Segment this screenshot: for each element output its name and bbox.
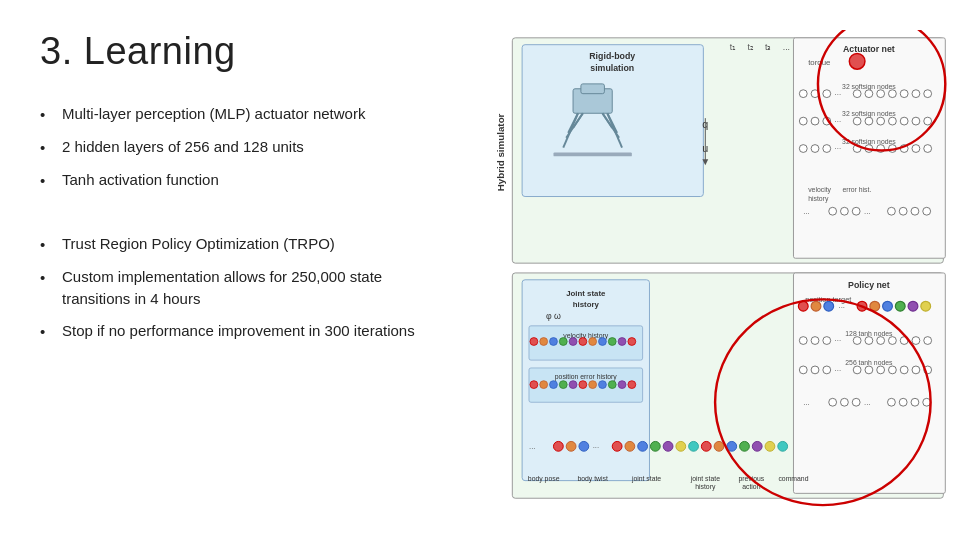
- hybrid-simulator-label: Hybrid simulator: [495, 113, 506, 191]
- svg-point-99: [853, 337, 861, 345]
- svg-point-77: [569, 381, 577, 389]
- svg-point-138: [701, 441, 711, 451]
- svg-point-115: [912, 366, 920, 374]
- svg-point-62: [540, 338, 548, 346]
- svg-point-92: [895, 301, 905, 311]
- svg-point-144: [778, 441, 788, 451]
- svg-point-82: [618, 381, 626, 389]
- time-t3: t₃: [765, 42, 771, 52]
- velocity-hist-label2: history: [808, 195, 829, 203]
- bullet-dot: •: [40, 104, 56, 126]
- svg-point-27: [799, 117, 807, 125]
- input-label-command: command: [778, 475, 808, 482]
- svg-point-105: [924, 337, 932, 345]
- svg-point-32: [865, 117, 873, 125]
- bullet-text: Tanh activation function: [62, 169, 440, 191]
- svg-point-63: [550, 338, 558, 346]
- bullet-dot: •: [40, 170, 56, 192]
- bullet-group-2: • Trust Region Policy Optimization (TRPO…: [40, 233, 440, 352]
- svg-point-34: [888, 117, 896, 125]
- svg-point-50: [829, 207, 837, 215]
- svg-point-47: [912, 145, 920, 153]
- slide-title: 3. Learning: [40, 30, 440, 73]
- svg-point-95: [799, 337, 807, 345]
- svg-point-124: [911, 398, 919, 406]
- svg-point-94: [921, 301, 931, 311]
- svg-point-139: [714, 441, 724, 451]
- svg-point-21: [865, 90, 873, 98]
- list-item: • Stop if no performance improvement in …: [40, 320, 440, 343]
- svg-point-73: [530, 381, 538, 389]
- tanh-256-label: 256 tanh nodes: [845, 359, 893, 366]
- svg-text:···: ···: [835, 117, 842, 126]
- svg-point-79: [589, 381, 597, 389]
- bullet-text: Trust Region Policy Optimization (TRPO): [62, 233, 440, 255]
- svg-point-93: [908, 301, 918, 311]
- svg-point-57: [923, 207, 931, 215]
- slide: 3. Learning • Multi-layer perception (ML…: [0, 0, 960, 540]
- svg-point-83: [628, 381, 636, 389]
- svg-point-131: [612, 441, 622, 451]
- svg-text:···: ···: [835, 144, 842, 153]
- svg-point-76: [559, 381, 567, 389]
- svg-point-38: [799, 145, 807, 153]
- svg-point-24: [900, 90, 908, 98]
- svg-point-110: [853, 366, 861, 374]
- svg-point-75: [550, 381, 558, 389]
- svg-point-100: [865, 337, 873, 345]
- tanh-128-label: 128 tanh nodes: [845, 330, 893, 337]
- svg-point-129: [579, 441, 589, 451]
- svg-point-48: [924, 145, 932, 153]
- svg-point-86: [811, 301, 821, 311]
- time-dots: ...: [783, 42, 790, 52]
- svg-point-78: [579, 381, 587, 389]
- svg-point-132: [625, 441, 635, 451]
- velocity-hist-label: velocity: [808, 186, 831, 194]
- error-hist-label: error hist.: [842, 186, 871, 193]
- svg-point-70: [618, 338, 626, 346]
- svg-point-74: [540, 381, 548, 389]
- vel-hist-nodes: [530, 338, 636, 346]
- svg-point-119: [840, 398, 848, 406]
- svg-point-54: [888, 207, 896, 215]
- list-item: • Trust Region Policy Optimization (TRPO…: [40, 233, 440, 256]
- svg-point-68: [599, 338, 607, 346]
- svg-point-31: [853, 117, 861, 125]
- diagram-svg: Hybrid simulator Rigid-body simulation: [490, 30, 950, 510]
- input-label-joint-hist: joint state: [690, 475, 720, 483]
- svg-point-112: [877, 366, 885, 374]
- svg-text:···: ···: [835, 336, 842, 345]
- svg-point-107: [811, 366, 819, 374]
- input-label-joint-state: joint state: [631, 475, 661, 483]
- svg-point-122: [888, 398, 896, 406]
- svg-point-25: [912, 90, 920, 98]
- svg-text:···: ···: [864, 209, 871, 218]
- pos-hist-nodes: [530, 381, 636, 389]
- svg-point-20: [853, 90, 861, 98]
- svg-point-91: [883, 301, 893, 311]
- svg-point-97: [823, 337, 831, 345]
- svg-point-51: [840, 207, 848, 215]
- input-label-joint-hist2: history: [695, 483, 716, 491]
- svg-point-118: [829, 398, 837, 406]
- svg-point-108: [823, 366, 831, 374]
- svg-text:···: ···: [864, 400, 871, 409]
- svg-point-134: [650, 441, 660, 451]
- svg-point-127: [553, 441, 563, 451]
- svg-point-65: [569, 338, 577, 346]
- spacer: [40, 223, 440, 233]
- list-item: • Multi-layer perception (MLP) actuator …: [40, 103, 440, 126]
- input-label-body-pose: body pose: [528, 475, 560, 483]
- joint-state-title: Joint state: [566, 289, 606, 298]
- svg-text:···: ···: [835, 90, 842, 99]
- svg-point-66: [579, 338, 587, 346]
- svg-point-36: [912, 117, 920, 125]
- svg-point-18: [823, 90, 831, 98]
- svg-text:···: ···: [803, 400, 810, 409]
- svg-point-137: [689, 441, 699, 451]
- rigid-body-label2: simulation: [590, 63, 634, 73]
- svg-point-23: [888, 90, 896, 98]
- svg-point-96: [811, 337, 819, 345]
- svg-point-35: [900, 117, 908, 125]
- svg-point-135: [663, 441, 673, 451]
